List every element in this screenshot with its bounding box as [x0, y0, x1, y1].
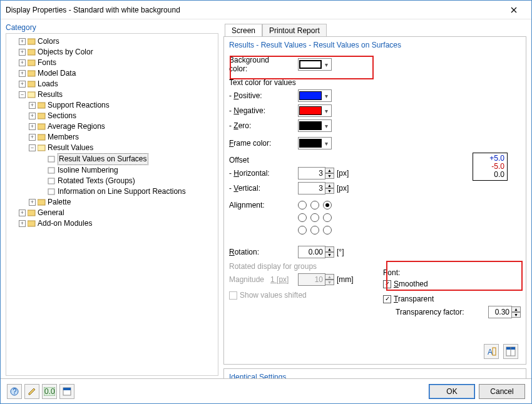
edit-button[interactable] — [24, 384, 39, 399]
folder-icon — [38, 123, 46, 130]
folder-icon — [38, 199, 46, 206]
tree-node[interactable]: +Sections — [29, 111, 215, 121]
tree-node[interactable]: +Average Regions — [29, 121, 215, 132]
tab-screen[interactable]: Screen — [225, 24, 262, 37]
tree-label: Results — [38, 89, 63, 100]
number-format-button[interactable] — [503, 344, 518, 359]
align-option[interactable] — [310, 226, 319, 235]
tree-node[interactable]: −Results — [19, 89, 215, 100]
chevron-down-icon: ▾ — [322, 93, 330, 99]
vertical-spinner[interactable]: ▲▼ — [298, 182, 334, 194]
spin-down-icon[interactable]: ▼ — [325, 188, 334, 194]
transparent-checkbox[interactable] — [383, 295, 391, 303]
align-option[interactable] — [310, 213, 319, 222]
align-option[interactable] — [298, 226, 307, 235]
category-label: Category — [6, 23, 218, 32]
expand-icon[interactable]: + — [19, 49, 26, 56]
frame-color-combo[interactable]: ▾ — [298, 137, 332, 149]
align-option[interactable] — [310, 201, 319, 210]
item-icon — [48, 178, 56, 184]
folder-icon — [28, 38, 36, 45]
transparency-spinner[interactable]: ▲▼ — [488, 306, 521, 318]
category-panel: Category +Colors +Objects by Color +Font… — [6, 23, 218, 376]
align-option[interactable] — [323, 213, 332, 222]
tree-node[interactable]: +General — [19, 208, 215, 218]
expand-icon[interactable]: + — [19, 210, 26, 216]
tab-printout[interactable]: Printout Report — [262, 24, 327, 37]
help-button[interactable]: ? — [7, 384, 22, 399]
tree-node[interactable]: −Result Values — [29, 143, 215, 153]
collapse-icon[interactable]: − — [19, 91, 26, 98]
tree-node[interactable]: Isoline Numbering — [39, 165, 215, 176]
align-option[interactable] — [298, 213, 307, 222]
svg-rect-13 — [48, 178, 54, 184]
expand-icon[interactable]: + — [19, 220, 26, 227]
negative-color-combo[interactable]: ▾ — [298, 104, 332, 117]
tree-label: Sections — [48, 111, 76, 121]
expand-icon[interactable]: + — [19, 59, 26, 66]
transparency-input[interactable] — [488, 306, 512, 318]
svg-rect-11 — [48, 156, 54, 162]
background-color-combo[interactable]: ▾ — [298, 58, 332, 71]
tree-node[interactable]: +Colors — [19, 36, 215, 47]
svg-rect-1 — [28, 49, 35, 55]
tree-node[interactable]: Information on Line Support Reactions — [39, 186, 215, 197]
expand-icon[interactable]: + — [29, 102, 36, 109]
align-option[interactable] — [323, 226, 332, 235]
horizontal-spinner[interactable]: ▲▼ — [298, 167, 334, 179]
tree-label: Objects by Color — [38, 47, 93, 58]
ok-button[interactable]: OK — [429, 384, 475, 399]
rotation-spinner[interactable]: ▲▼ — [298, 246, 334, 258]
cancel-button[interactable]: Cancel — [479, 384, 525, 399]
spin-down-icon[interactable]: ▼ — [325, 173, 334, 179]
expand-icon[interactable]: + — [19, 81, 26, 88]
expand-icon[interactable]: + — [19, 38, 26, 45]
align-option[interactable] — [323, 201, 332, 210]
spin-down-icon[interactable]: ▼ — [325, 252, 334, 258]
vertical-input[interactable] — [298, 182, 325, 194]
expand-icon[interactable]: + — [29, 199, 36, 206]
svg-text:A: A — [488, 348, 493, 356]
expand-icon[interactable]: + — [19, 70, 26, 77]
titlebar: Display Properties - Standard with white… — [1, 1, 531, 19]
unit-px: [px] — [337, 184, 349, 193]
expand-icon[interactable]: + — [29, 134, 36, 141]
tree-node[interactable]: +Loads — [19, 79, 215, 89]
tree-label: Add-on Modules — [38, 218, 92, 229]
alignment-grid[interactable] — [298, 201, 334, 237]
tree-node[interactable]: +Fonts — [19, 58, 215, 68]
tree-node[interactable]: +Objects by Color — [19, 47, 215, 58]
spin-up-icon[interactable]: ▲ — [325, 168, 334, 173]
zero-color-combo[interactable]: ▾ — [298, 119, 332, 132]
expand-icon[interactable]: + — [29, 123, 36, 130]
tree-node[interactable]: +Add-on Modules — [19, 218, 215, 229]
expand-icon[interactable]: + — [29, 113, 36, 119]
tree-node[interactable]: +Members — [29, 132, 215, 143]
smoothed-label: Smoothed — [394, 280, 428, 288]
tree-node[interactable]: Result Values on Surfaces — [39, 153, 215, 165]
spin-down-icon[interactable]: ▼ — [512, 312, 521, 318]
align-option[interactable] — [298, 201, 307, 210]
rotation-input[interactable] — [298, 246, 325, 258]
tree-node[interactable]: +Model Data — [19, 68, 215, 79]
chevron-down-icon: ▾ — [322, 123, 330, 129]
horizontal-input[interactable] — [298, 167, 325, 179]
spin-up-icon[interactable]: ▲ — [512, 306, 521, 312]
tree-node[interactable]: +Support Reactions — [29, 100, 215, 111]
magnitude-spinner: ▲▼ — [298, 273, 334, 286]
tree-label: Isoline Numbering — [58, 165, 118, 176]
tree-node[interactable]: Rotated Texts (Groups) — [39, 176, 215, 186]
smoothed-checkbox[interactable] — [383, 280, 391, 288]
close-button[interactable] — [501, 1, 526, 19]
category-tree[interactable]: +Colors +Objects by Color +Fonts +Model … — [9, 36, 215, 229]
collapse-icon[interactable]: − — [29, 144, 36, 151]
font-settings-button[interactable]: A — [484, 344, 499, 359]
spin-up-icon[interactable]: ▲ — [325, 183, 334, 188]
units-button[interactable]: 0.00 — [42, 384, 57, 399]
positive-color-combo[interactable]: ▾ — [298, 89, 332, 102]
spin-up-icon[interactable]: ▲ — [325, 246, 334, 252]
svg-rect-7 — [38, 113, 45, 119]
decimal-icon: 0.00 — [44, 387, 55, 396]
tree-node[interactable]: +Palette — [29, 197, 215, 208]
display-button[interactable] — [59, 384, 74, 399]
